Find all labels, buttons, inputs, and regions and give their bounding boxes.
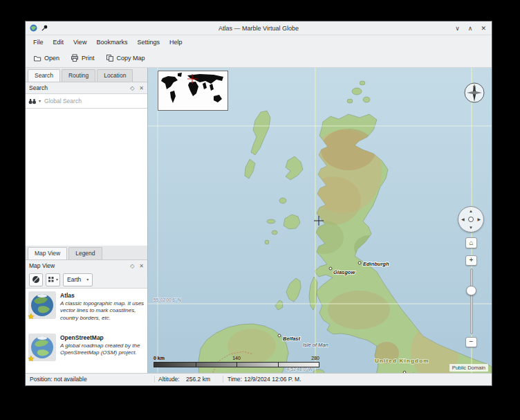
favorite-star-icon[interactable]: ★	[28, 312, 35, 321]
overview-world-icon	[158, 71, 228, 110]
mapview-panel-title: Map View	[29, 262, 55, 269]
celestial-body-select[interactable]: Earth ▾	[63, 273, 93, 286]
search-panel-title: Search	[29, 84, 48, 91]
edinburgh-marker[interactable]	[358, 262, 361, 264]
glasgow-label[interactable]: Glasgow	[333, 269, 355, 275]
tab-legend[interactable]: Legend	[68, 247, 102, 259]
status-time-label: Time:	[228, 374, 242, 385]
small-island	[267, 219, 275, 223]
menu-view[interactable]: View	[68, 37, 91, 48]
zoom-in-button[interactable]: +	[465, 255, 477, 266]
belfast-label[interactable]: Belfast	[283, 336, 301, 342]
marble-logo-icon	[30, 24, 37, 32]
celestial-body-button[interactable]	[29, 273, 43, 286]
menu-settings[interactable]: Settings	[132, 37, 165, 48]
float-panel-icon[interactable]: ◇	[130, 85, 134, 91]
home-button[interactable]: ⌂	[465, 237, 477, 248]
favorite-star-icon[interactable]: ★	[28, 354, 35, 363]
orkney-island	[360, 81, 365, 85]
map-viewport[interactable]: 55°02'00.6" N 4°52'48.0" W Glasgow Edinb…	[148, 68, 492, 373]
menu-bookmarks[interactable]: Bookmarks	[91, 37, 132, 48]
zoom-out-button[interactable]: −	[465, 337, 477, 347]
navigation-pad[interactable]: ▲ ▼ ◀ ▶	[458, 206, 484, 232]
open-button[interactable]: Open	[28, 51, 64, 65]
menu-edit[interactable]: Edit	[48, 37, 69, 48]
edinburgh-label[interactable]: Edinburgh	[363, 261, 389, 267]
license-link[interactable]: Public Domain	[449, 364, 488, 372]
scale-ruler	[154, 362, 319, 367]
isle-of-man-label[interactable]: Isle of Man	[303, 342, 328, 348]
tab-location[interactable]: Location	[97, 69, 133, 82]
orkney-island	[347, 99, 353, 103]
theme-description: A classic topographic map. It uses vecto…	[60, 300, 145, 322]
zoom-slider-handle[interactable]	[466, 286, 476, 295]
zoom-slider-track[interactable]	[470, 268, 473, 334]
statusbar: Position: not available Altitude: 256.2 …	[26, 373, 492, 385]
theme-title: Atlas	[60, 292, 145, 299]
pan-right-icon[interactable]: ▶	[477, 217, 481, 221]
pan-down-icon[interactable]: ▼	[469, 226, 473, 230]
tab-routing[interactable]: Routing	[62, 69, 95, 82]
pan-center-icon[interactable]	[468, 217, 474, 222]
copy-map-button[interactable]: Copy Map	[101, 51, 150, 65]
sidebar: Search Routing Location Search ◇ ✕ ▾	[26, 68, 148, 373]
theme-item-atlas[interactable]: ★ Atlas A classic topographic map. It us…	[26, 289, 147, 331]
glasgow-marker[interactable]	[329, 267, 332, 270]
menu-file[interactable]: File	[28, 37, 48, 48]
celestial-body-icon	[32, 275, 40, 284]
status-altitude-value: 256.2 km	[186, 374, 210, 385]
search-icon	[28, 98, 37, 104]
overview-map[interactable]	[158, 71, 228, 111]
tab-map-view[interactable]: Map View	[28, 247, 67, 259]
menubar: File Edit View Bookmarks Settings Help	[26, 35, 492, 49]
latitude-label: 55°02'00.6" N	[154, 298, 181, 302]
minimize-icon[interactable]: ∨	[455, 25, 460, 32]
scale-label-140: 140	[232, 356, 241, 360]
close-panel-icon[interactable]: ✕	[139, 263, 144, 269]
search-panel-header: Search ◇ ✕	[26, 82, 147, 93]
orkney-island	[363, 97, 370, 102]
search-input[interactable]	[43, 97, 145, 105]
theme-item-openstreetmap[interactable]: ★ OpenStreetMap A global roadmap created…	[26, 331, 147, 373]
grid-view-icon	[48, 276, 55, 283]
pan-left-icon[interactable]: ◀	[461, 217, 465, 221]
menu-help[interactable]: Help	[165, 37, 187, 48]
pan-up-icon[interactable]: ▲	[469, 209, 473, 213]
belfast-marker[interactable]	[278, 334, 281, 337]
maximize-icon[interactable]: ∧	[468, 25, 473, 32]
search-results-list[interactable]	[26, 109, 147, 246]
copy-map-label: Copy Map	[117, 55, 145, 62]
print-icon	[71, 54, 79, 62]
chevron-down-icon: ▾	[56, 277, 58, 282]
scale-label-280: 280	[311, 356, 319, 360]
pin-icon[interactable]	[41, 24, 48, 32]
mapview-panel-header: Map View ◇ ✕	[26, 260, 147, 271]
search-tabbar: Search Routing Location	[26, 68, 147, 82]
map-scale-bar: 0 km 140 280	[154, 356, 319, 368]
mapview-tabbar: Map View Legend	[26, 246, 147, 260]
united-kingdom-label[interactable]: United Kingdom	[375, 358, 429, 364]
chevron-down-icon[interactable]: ▾	[39, 99, 41, 103]
open-icon	[33, 54, 41, 62]
close-icon[interactable]: ✕	[481, 25, 486, 32]
close-panel-icon[interactable]: ✕	[139, 85, 144, 91]
float-panel-icon[interactable]: ◇	[130, 263, 134, 269]
small-island	[272, 230, 277, 235]
celestial-body-value: Earth	[67, 276, 81, 283]
small-island	[279, 198, 286, 203]
main-toolbar: Open Print Copy Map	[26, 49, 492, 68]
map-canvas[interactable]: 55°02'00.6" N 4°52'48.0" W Glasgow Edinb…	[148, 68, 492, 373]
map-theme-list[interactable]: ★ Atlas A classic topographic map. It us…	[26, 288, 147, 373]
compass-rose-icon[interactable]: N	[463, 82, 485, 104]
chevron-down-icon: ▾	[86, 277, 89, 282]
orkney-island	[352, 88, 362, 95]
tab-search[interactable]: Search	[28, 69, 60, 82]
theme-thumbnail: ★	[28, 291, 56, 319]
global-search-field[interactable]: ▾	[26, 93, 147, 109]
titlebar[interactable]: Atlas — Marble Virtual Globe ∨ ∧ ✕	[26, 21, 492, 35]
status-position: Position: not available	[30, 374, 87, 385]
theme-title: OpenStreetMap	[60, 334, 145, 341]
print-button[interactable]: Print	[66, 51, 100, 65]
theme-description: A global roadmap created by the OpenStre…	[60, 343, 145, 357]
view-mode-button[interactable]: ▾	[46, 273, 60, 286]
